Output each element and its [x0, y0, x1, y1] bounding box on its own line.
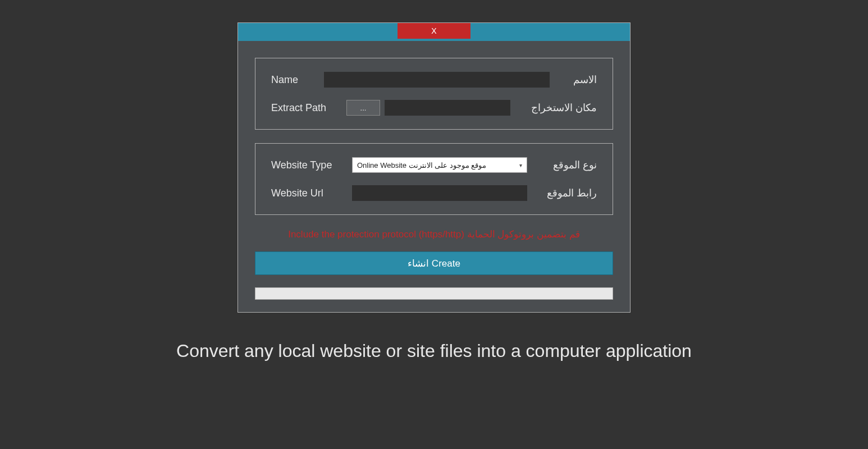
window-body: Name الاسم Extract Path ... مكان الاستخر… — [238, 41, 630, 312]
website-url-input[interactable] — [352, 185, 527, 201]
name-row: Name الاسم — [271, 72, 597, 88]
url-row: Website Url رابط الموقع — [271, 185, 597, 201]
section-general: Name الاسم Extract Path ... مكان الاستخر… — [255, 58, 613, 130]
chevron-down-icon: ▾ — [519, 162, 522, 168]
protocol-warning: Include the protection protocol (https/h… — [255, 228, 613, 240]
name-label-en: Name — [271, 74, 316, 86]
extract-path-input[interactable] — [385, 100, 510, 116]
create-button[interactable]: انشاء Create — [255, 251, 613, 275]
app-window: X Name الاسم Extract Path ... مكان الاست… — [237, 22, 631, 313]
close-button[interactable]: X — [398, 23, 470, 39]
tagline: Convert any local website or site files … — [176, 341, 692, 361]
titlebar: X — [238, 23, 630, 41]
type-label-en: Website Type — [271, 159, 344, 171]
section-website: Website Type Online Website موقع موجود ع… — [255, 143, 613, 215]
browse-button[interactable]: ... — [346, 100, 380, 116]
extract-row: Extract Path ... مكان الاستخراج — [271, 100, 597, 116]
website-type-value: Online Website موقع موجود على الانترنت — [357, 161, 486, 169]
website-type-select[interactable]: Online Website موقع موجود على الانترنت ▾ — [352, 157, 527, 173]
progress-bar — [255, 287, 613, 300]
name-label-ar: الاسم — [558, 74, 597, 86]
type-row: Website Type Online Website موقع موجود ع… — [271, 157, 597, 173]
type-label-ar: نوع الموقع — [535, 159, 597, 171]
url-label-ar: رابط الموقع — [535, 187, 597, 199]
extract-label-en: Extract Path — [271, 102, 339, 114]
url-label-en: Website Url — [271, 187, 344, 199]
name-input[interactable] — [324, 72, 550, 88]
extract-label-ar: مكان الاستخراج — [518, 102, 597, 114]
